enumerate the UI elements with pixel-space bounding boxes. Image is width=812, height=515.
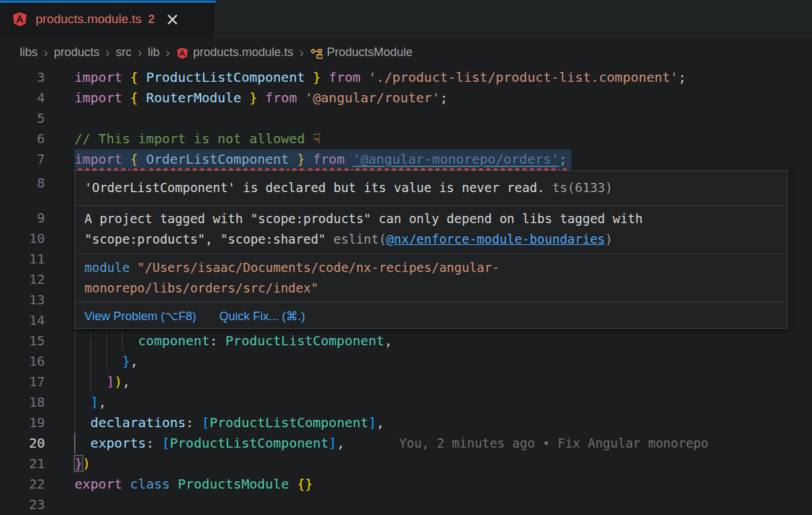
breadcrumb-item-lib[interactable]: lib: [148, 46, 160, 59]
code-token: ProductListComponent: [210, 415, 369, 430]
tab-error-count-badge: 2: [148, 13, 155, 26]
hover-ts-code: ts(6133): [545, 180, 613, 195]
breadcrumb-symbol-products-module[interactable]: ProductsModule: [327, 46, 413, 59]
close-icon[interactable]: ×: [166, 11, 180, 28]
chevron-right-icon: ›: [137, 45, 142, 60]
code-token: export: [75, 476, 130, 492]
code-line: import { ProductListComponent } from './…: [75, 67, 686, 88]
line-number: 16: [0, 351, 45, 372]
active-tab-indicator: [0, 1, 216, 3]
symbol-class-icon: [310, 47, 323, 59]
quick-fix-button[interactable]: Quick Fix... (⌘.): [219, 310, 305, 323]
chevron-right-icon: ›: [106, 45, 110, 60]
code-token: import: [75, 151, 130, 167]
code-token: [75, 374, 106, 390]
code-token: [: [202, 415, 210, 430]
tab-products-module[interactable]: products.module.ts 2 ×: [0, 1, 216, 38]
code-line: export class ProductsModule {}: [75, 474, 313, 495]
line-number: 6: [0, 129, 45, 149]
code-line: declarations: [ProductListComponent],: [75, 413, 385, 433]
code-line: },: [75, 351, 138, 372]
line-number: 14: [0, 310, 45, 331]
code-token: ,: [130, 353, 138, 369]
line-number: 13: [0, 290, 45, 310]
code-line: component: ProductListComponent,: [75, 331, 392, 351]
line-number: 18: [0, 392, 45, 413]
code-token: ;: [678, 69, 686, 85]
code-token: ]: [369, 415, 377, 430]
line-number: 8: [0, 173, 45, 193]
line-number: 11: [0, 249, 45, 269]
code-token: import: [75, 69, 130, 85]
code-token: component: [138, 333, 209, 349]
hover-actions: View Problem (⌥F8) Quick Fix... (⌘.): [84, 306, 325, 327]
line-number: 3: [0, 67, 45, 88]
line-number: 23: [0, 495, 45, 515]
line-number: 12: [0, 269, 45, 290]
code-token: }: [75, 456, 82, 471]
code-token: [75, 394, 90, 410]
code-line: import { OrderListComponent } from '@ang…: [75, 149, 571, 170]
code-token: }: [241, 90, 257, 106]
line-number: 22: [0, 474, 45, 495]
code-token: import: [75, 90, 130, 106]
line-number: 7: [0, 149, 45, 170]
code-token: }: [305, 69, 321, 85]
tab-filename: products.module.ts: [36, 12, 142, 26]
view-problem-button[interactable]: View Problem (⌥F8): [84, 310, 196, 323]
code-line: }): [75, 454, 90, 474]
code-token: ,: [377, 415, 385, 430]
tab-bar: products.module.ts 2 ×: [0, 0, 812, 37]
code-token: ;: [559, 151, 567, 167]
line-number: 15: [0, 331, 45, 351]
breadcrumb: libs › products › src › lib › products.m…: [20, 38, 413, 67]
angular-icon: [12, 11, 28, 27]
breadcrumb-item-src[interactable]: src: [115, 46, 131, 59]
hover-separator: [75, 302, 787, 302]
error-squiggle: import { OrderListComponent } from '@ang…: [75, 151, 567, 167]
breadcrumb-item-products[interactable]: products: [54, 46, 100, 59]
code-token: class: [130, 476, 177, 492]
hover-separator: [75, 205, 787, 206]
error-squiggle: import { OrderListComponent } from '@ang…: [75, 151, 567, 167]
line-number: 9: [0, 208, 45, 228]
line-number: 21: [0, 454, 45, 474]
code-token: ProductsModule: [178, 476, 297, 492]
code-token: [75, 415, 90, 430]
git-blame-annotation: You, 2 minutes ago • Fix Angular monorep…: [399, 433, 708, 454]
code-token: ,: [385, 333, 392, 349]
breadcrumb-item-file[interactable]: products.module.ts: [193, 46, 294, 59]
breadcrumb-item-libs[interactable]: libs: [20, 46, 38, 59]
code-token: [75, 353, 122, 369]
code-token: }: [122, 353, 130, 369]
code-token: ]: [90, 394, 98, 410]
code-line: ]),: [75, 372, 130, 392]
code-token: exports: [90, 435, 146, 451]
eslint-rule-link[interactable]: @nx/enforce-module-boundaries: [387, 232, 606, 246]
hover-eslint-line1: A project tagged with "scope:products" c…: [84, 209, 778, 229]
code-token: }: [289, 151, 305, 167]
code-token: ;: [440, 90, 448, 106]
line-number: 19: [0, 413, 45, 433]
chevron-right-icon: ›: [44, 45, 48, 60]
code-token: ProductListComponent: [170, 435, 329, 451]
line-number: 10: [0, 228, 45, 249]
hover-ts-message: 'OrderListComponent' is declared but its…: [84, 178, 778, 198]
code-line: // This import is not allowed ☟: [75, 129, 321, 149]
code-token: {: [130, 90, 146, 106]
code-token: :: [210, 333, 226, 349]
editor[interactable]: 34567891011121314151617181920212223 impo…: [0, 67, 812, 515]
code-token: [: [162, 435, 170, 451]
code-token: from: [305, 151, 352, 167]
code-token: ): [82, 456, 90, 471]
chevron-right-icon: ›: [166, 45, 170, 60]
code-line: exports: [ProductListComponent],: [75, 433, 344, 454]
code-token: declarations: [90, 415, 186, 430]
hover-eslint-line2: "scope:products", "scope:shared" eslint(…: [84, 229, 778, 250]
code-line: ],: [75, 392, 106, 413]
code-token: RouterModule: [146, 90, 241, 106]
code-token: [75, 435, 90, 451]
code-token: './product-list/product-list.component': [369, 69, 679, 85]
code-token: ): [114, 374, 122, 390]
hover-module-line1: module "/Users/isaac/Documents/code/nx-r…: [84, 258, 778, 278]
